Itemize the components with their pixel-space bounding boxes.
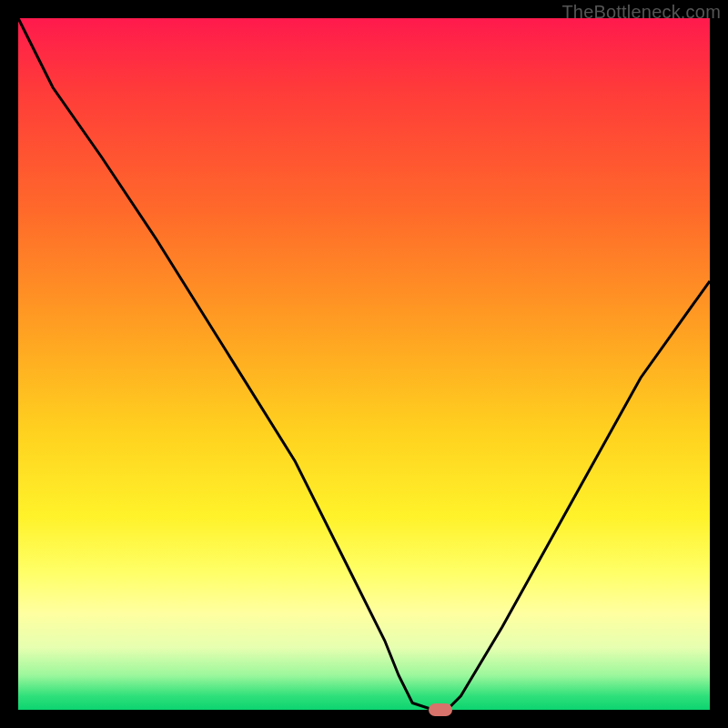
watermark-text: TheBottleneck.com <box>561 2 721 23</box>
bottleneck-curve <box>18 18 710 710</box>
curve-path <box>18 18 710 710</box>
chart-frame: TheBottleneck.com <box>0 0 728 728</box>
plot-area <box>18 18 710 710</box>
optimum-marker <box>429 703 452 716</box>
